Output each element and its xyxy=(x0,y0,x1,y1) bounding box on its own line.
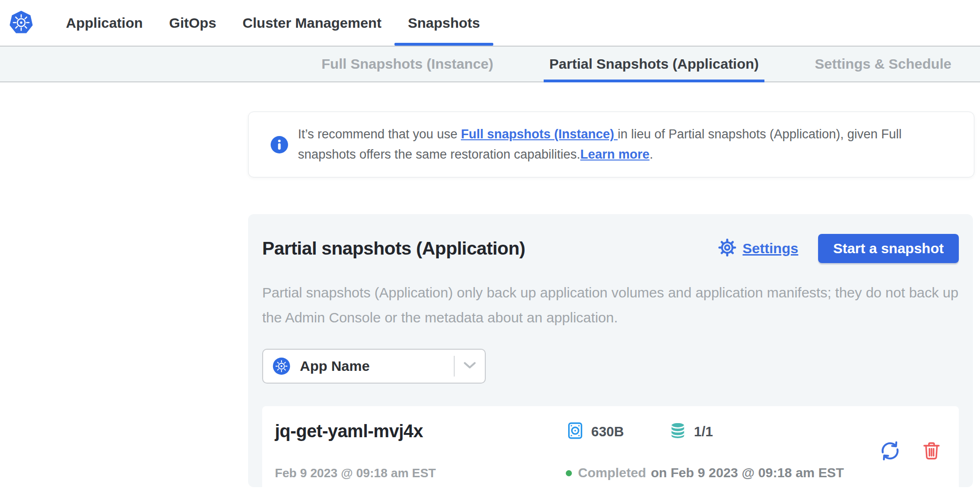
trash-icon xyxy=(921,456,942,463)
alert-text-before: It’s recommend that you use xyxy=(298,127,461,141)
full-snapshots-instance-link[interactable]: Full snapshots (Instance) xyxy=(461,127,618,141)
snapshot-actions xyxy=(879,440,942,462)
snapshot-size-value: 630B xyxy=(591,424,624,440)
top-nav-tabs: Application GitOps Cluster Management Sn… xyxy=(53,0,980,46)
recommendation-alert: It’s recommend that you use Full snapsho… xyxy=(248,112,974,177)
snapshot-started-timestamp: Feb 9 2023 @ 09:18 am EST xyxy=(275,466,566,481)
status-dot-icon xyxy=(566,470,572,476)
panel-header: Partial snapshots (Application) xyxy=(262,234,959,263)
tab-application[interactable]: Application xyxy=(53,0,156,46)
snapshot-size-stat: 630B xyxy=(566,421,624,442)
tab-full-snapshots-instance[interactable]: Full Snapshots (Instance) xyxy=(316,47,499,81)
alert-text-after: . xyxy=(650,147,653,161)
app-select-value: App Name xyxy=(300,358,370,374)
app-name-select[interactable]: App Name xyxy=(262,349,486,384)
restore-icon xyxy=(879,457,901,464)
kubernetes-logo-icon xyxy=(9,11,33,34)
learn-more-link[interactable]: Learn more xyxy=(580,147,650,161)
sub-nav-tabs: Full Snapshots (Instance) Partial Snapsh… xyxy=(316,47,980,81)
delete-snapshot-button[interactable] xyxy=(921,441,942,461)
panel-title: Partial snapshots (Application) xyxy=(262,238,525,259)
tab-cluster-management[interactable]: Cluster Management xyxy=(229,0,394,46)
snapshot-volumes-value: 1/1 xyxy=(694,424,713,440)
snapshot-row: jq-get-yaml-mvj4x Feb 9 2023 @ 09:18 am … xyxy=(262,406,959,497)
snapshot-identity: jq-get-yaml-mvj4x Feb 9 2023 @ 09:18 am … xyxy=(275,421,566,481)
tab-partial-snapshots-application[interactable]: Partial Snapshots (Application) xyxy=(544,47,764,81)
app-kubernetes-icon xyxy=(273,357,290,375)
info-icon xyxy=(271,136,288,153)
panel-header-actions: Settings Start a snapshot xyxy=(717,234,959,263)
database-icon xyxy=(668,421,687,442)
snapshot-status: Completed xyxy=(578,465,646,481)
snapshots-sub-navigation: Full Snapshots (Instance) Partial Snapsh… xyxy=(0,46,980,82)
snapshot-stats: 630B 1/1 xyxy=(566,421,844,442)
chevron-down-icon xyxy=(463,361,476,371)
settings-link[interactable]: Settings xyxy=(717,238,798,259)
restore-snapshot-button[interactable] xyxy=(879,440,901,462)
tab-snapshots[interactable]: Snapshots xyxy=(394,0,493,46)
snapshot-name: jq-get-yaml-mvj4x xyxy=(275,421,566,441)
settings-link-label: Settings xyxy=(743,240,798,257)
snapshot-status-line: Completed on Feb 9 2023 @ 09:18 am EST xyxy=(566,465,844,481)
alert-text: It’s recommend that you use Full snapsho… xyxy=(298,124,948,165)
top-navigation: Application GitOps Cluster Management Sn… xyxy=(0,0,980,46)
partial-snapshots-panel: Partial snapshots (Application) xyxy=(248,214,973,487)
disk-icon xyxy=(566,421,585,442)
snapshot-volumes-stat: 1/1 xyxy=(668,421,713,442)
tab-settings-and-schedule[interactable]: Settings & Schedule xyxy=(809,47,957,81)
tab-gitops[interactable]: GitOps xyxy=(156,0,229,46)
snapshot-details: 630B 1/1 Completed xyxy=(566,421,844,481)
start-snapshot-button[interactable]: Start a snapshot xyxy=(818,234,959,263)
select-caret-zone[interactable] xyxy=(454,356,485,377)
snapshot-finished-timestamp: on Feb 9 2023 @ 09:18 am EST xyxy=(651,465,844,481)
panel-description: Partial snapshots (Application) only bac… xyxy=(262,280,959,330)
gear-icon xyxy=(717,238,743,259)
